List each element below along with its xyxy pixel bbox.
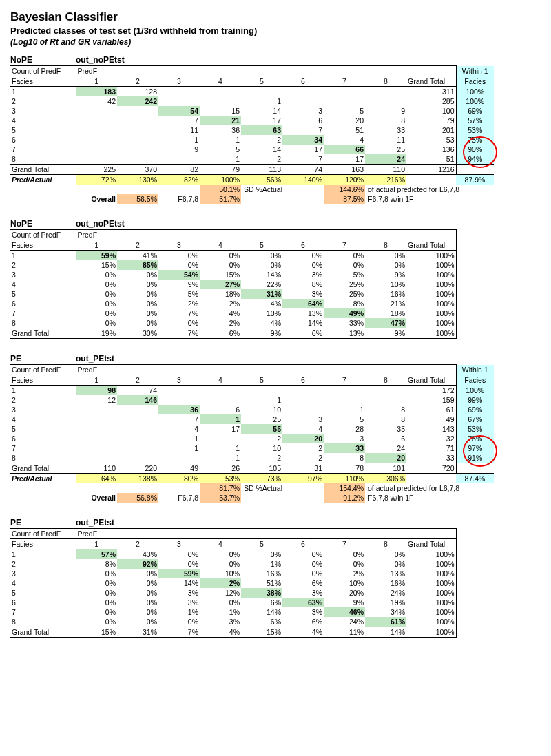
table-row: 28%92%0%0%1%0%0%0%100%: [10, 559, 456, 569]
confusion-table: Count of PredFPredFWithin 1Facies1234567…: [10, 364, 494, 503]
table-row: 30%0%59%10%16%0%2%13%100%: [10, 569, 456, 578]
table-row: 80%0%0%3%6%6%24%61%100%: [10, 617, 456, 627]
table-row: 61220363278%: [10, 434, 494, 443]
section-name: NoPE: [10, 219, 76, 229]
page-subtitle: Predicted classes of test set (1/3rd wit…: [10, 25, 541, 36]
table-row: 7951417662513690%: [10, 145, 494, 154]
page-subtitle2: (Log10 of Rt and GR variables): [10, 37, 541, 47]
confusion-table: Count of PredFPredFFacies12345678Grand T…: [10, 229, 457, 339]
table-row: 81228203391%: [10, 453, 494, 463]
dataset-name: out_PEtst: [76, 518, 114, 527]
table-row: 80%0%0%2%4%14%33%47%100%: [10, 318, 456, 328]
table-row: 40%0%9%27%22%8%25%10%100%: [10, 280, 456, 289]
table-row: 70%0%1%1%14%3%46%34%100%: [10, 607, 456, 617]
table-row: 6112344115375%: [10, 135, 494, 145]
table-row: 2422421285100%: [10, 96, 494, 106]
page-title: Bayesian Classifier: [10, 10, 541, 24]
table-row: 70%0%7%4%10%13%49%18%100%: [10, 308, 456, 318]
table-row: 40%0%14%2%51%6%10%16%100%: [10, 578, 456, 588]
dataset-name: out_noPEtst: [76, 219, 125, 229]
confusion-table: Count of PredFPredFFacies12345678Grand T…: [10, 528, 457, 638]
table-row: 50%0%3%12%38%3%20%24%100%: [10, 588, 456, 598]
dataset-name: out_noPEtst: [76, 55, 125, 65]
table-row: 51136637513320153%: [10, 125, 494, 135]
table-row: 5417554283514353%: [10, 424, 494, 434]
table-row: 1183128311100%: [10, 87, 494, 97]
section-name: NoPE: [10, 55, 76, 65]
table-row: 71110233247197%: [10, 443, 494, 453]
confusion-table: Count of PredFPredFWithin 1Facies1234567…: [10, 65, 494, 204]
table-row: 60%0%3%0%6%63%9%19%100%: [10, 598, 456, 607]
table-row: 30%0%54%15%14%3%5%9%100%: [10, 270, 456, 280]
table-row: 354151435910069%: [10, 106, 494, 116]
table-row: 159%41%0%0%0%0%0%0%100%: [10, 251, 456, 261]
table-row: 212146115999%: [10, 395, 494, 405]
table-row: 19874172100%: [10, 386, 494, 396]
table-row: 215%85%0%0%0%0%0%0%100%: [10, 260, 456, 270]
section-name: PE: [10, 354, 76, 364]
table-row: 471253584967%: [10, 414, 494, 424]
table-row: 812717245194%: [10, 154, 494, 165]
dataset-name: out_PEtst: [76, 354, 114, 364]
table-row: 60%0%2%2%4%64%8%21%100%: [10, 299, 456, 308]
table-row: 50%0%5%18%31%3%25%16%100%: [10, 289, 456, 299]
table-row: 336610186169%: [10, 405, 494, 414]
table-row: 157%43%0%0%0%0%0%0%100%: [10, 549, 456, 560]
section-name: PE: [10, 518, 76, 527]
table-row: 47211762087957%: [10, 116, 494, 125]
